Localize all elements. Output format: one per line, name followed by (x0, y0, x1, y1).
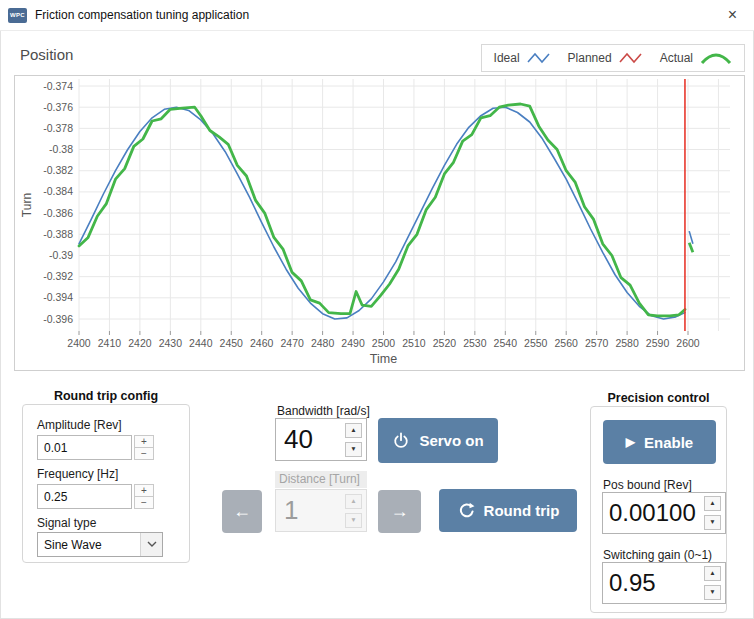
signal-type-label: Signal type (37, 516, 96, 530)
switching-gain-input[interactable] (603, 569, 702, 597)
wrap-fragment-line (689, 243, 693, 253)
right-arrow-icon: → (391, 501, 409, 522)
x-tick-label: 2510 (402, 337, 426, 349)
x-tick-label: 2400 (67, 337, 91, 349)
servo-on-button[interactable]: Servo on (378, 418, 498, 463)
y-tick-label: -0.382 (43, 164, 73, 176)
switching-gain-increment-button[interactable]: ▲ (704, 566, 721, 581)
enable-button[interactable]: ▶ Enable (603, 420, 716, 464)
power-icon (392, 432, 410, 450)
switching-gain-decrement-button[interactable]: ▼ (704, 585, 721, 600)
bandwidth-increment-button[interactable]: ▲ (345, 423, 362, 438)
enable-label: Enable (644, 434, 693, 451)
y-tick-label: -0.374 (43, 80, 73, 92)
x-tick-label: 2470 (280, 337, 304, 349)
actual-line-icon (700, 51, 732, 65)
jog-left-button[interactable]: ← (222, 490, 262, 533)
y-tick-label: -0.39 (49, 249, 73, 261)
x-axis-title: Time (370, 352, 397, 366)
pos-bound-field: ▲ ▼ (602, 492, 726, 534)
legend-item-planned: Planned (568, 51, 645, 65)
pos-bound-label: Pos bound [Rev] (603, 478, 692, 492)
pos-bound-input[interactable] (603, 499, 702, 527)
legend-label-planned: Planned (568, 51, 612, 65)
x-tick-label: 2440 (189, 337, 213, 349)
signal-type-value: Sine Wave (38, 538, 140, 552)
y-tick-label: -0.378 (43, 122, 73, 134)
y-tick-label: -0.396 (43, 313, 73, 325)
pos-bound-spinner: ▲ ▼ (704, 496, 721, 530)
distance-label: Distance [Turn] (275, 471, 367, 488)
bandwidth-spinner: ▲ ▼ (345, 423, 362, 457)
round-trip-config-group: Amplitude [Rev] + − Frequency [Hz] + − S… (22, 404, 190, 563)
frequency-spinner: + − (134, 484, 154, 509)
wrap-fragment-line (689, 231, 693, 244)
frequency-increment-button[interactable]: + (134, 484, 154, 496)
x-tick-label: 2580 (615, 337, 639, 349)
servo-on-label: Servo on (419, 432, 483, 449)
legend-label-ideal: Ideal (494, 51, 520, 65)
bandwidth-label: Bandwidth [rad/s] (277, 404, 370, 418)
refresh-icon (457, 502, 475, 520)
frequency-label: Frequency [Hz] (37, 467, 118, 481)
x-tick-label: 2560 (555, 337, 579, 349)
bandwidth-input[interactable] (276, 424, 343, 455)
chart-legend: Ideal Planned Actual (481, 44, 745, 72)
legend-label-actual: Actual (660, 51, 693, 65)
bandwidth-field: ▲ ▼ (275, 418, 367, 461)
play-icon: ▶ (626, 435, 635, 449)
chevron-down-icon (140, 533, 162, 556)
amplitude-increment-button[interactable]: + (134, 435, 154, 447)
y-tick-label: -0.386 (43, 207, 73, 219)
titlebar: WPC Friction compensation tuning applica… (0, 0, 754, 31)
planned-line-icon (619, 51, 645, 65)
round-trip-button[interactable]: Round trip (439, 489, 577, 532)
y-tick-label: -0.38 (49, 143, 73, 155)
x-tick-label: 2460 (250, 337, 274, 349)
switching-gain-field: ▲ ▼ (602, 562, 726, 604)
legend-item-actual: Actual (660, 51, 732, 65)
x-tick-label: 2530 (463, 337, 487, 349)
x-tick-label: 2520 (433, 337, 457, 349)
x-tick-label: 2550 (524, 337, 548, 349)
page-title: Position (20, 46, 73, 63)
x-tick-label: 2570 (585, 337, 609, 349)
distance-increment-button: ▲ (345, 494, 362, 509)
round-trip-config-title: Round trip config (22, 389, 190, 403)
close-button[interactable]: × (719, 7, 746, 23)
x-tick-label: 2600 (676, 337, 700, 349)
y-tick-label: -0.388 (43, 228, 73, 240)
y-tick-label: -0.392 (43, 270, 73, 282)
switching-gain-spinner: ▲ ▼ (704, 566, 721, 600)
window-title: Friction compensation tuning application (35, 8, 249, 22)
bandwidth-decrement-button[interactable]: ▼ (345, 442, 362, 457)
amplitude-spinner: + − (134, 435, 154, 460)
x-tick-label: 2420 (128, 337, 152, 349)
jog-right-button[interactable]: → (378, 490, 421, 533)
distance-spinner: ▲ ▼ (345, 494, 362, 528)
x-tick-label: 2500 (372, 337, 396, 349)
amplitude-decrement-button[interactable]: − (134, 447, 154, 460)
amplitude-input[interactable] (37, 435, 132, 460)
position-chart: -0.374-0.376-0.378-0.38-0.382-0.384-0.38… (14, 75, 745, 371)
pos-bound-decrement-button[interactable]: ▼ (704, 515, 721, 530)
pos-bound-increment-button[interactable]: ▲ (704, 496, 721, 511)
x-tick-label: 2490 (341, 337, 365, 349)
x-tick-label: 2450 (220, 337, 244, 349)
y-axis-title: Turn (20, 193, 34, 217)
distance-input (276, 495, 343, 526)
frequency-input[interactable] (37, 484, 132, 509)
frequency-decrement-button[interactable]: − (134, 496, 154, 509)
left-arrow-icon: ← (233, 501, 251, 522)
round-trip-label: Round trip (484, 502, 560, 519)
x-tick-label: 2410 (98, 337, 122, 349)
y-tick-label: -0.394 (43, 291, 73, 303)
distance-decrement-button: ▼ (345, 513, 362, 528)
y-tick-label: -0.376 (43, 101, 73, 113)
x-tick-label: 2430 (159, 337, 183, 349)
signal-type-select[interactable]: Sine Wave (37, 532, 163, 557)
y-tick-label: -0.384 (43, 185, 73, 197)
x-tick-label: 2480 (311, 337, 335, 349)
x-tick-label: 2590 (646, 337, 670, 349)
precision-config-group: ▶ Enable Pos bound [Rev] ▲ ▼ Switching g… (590, 406, 727, 613)
